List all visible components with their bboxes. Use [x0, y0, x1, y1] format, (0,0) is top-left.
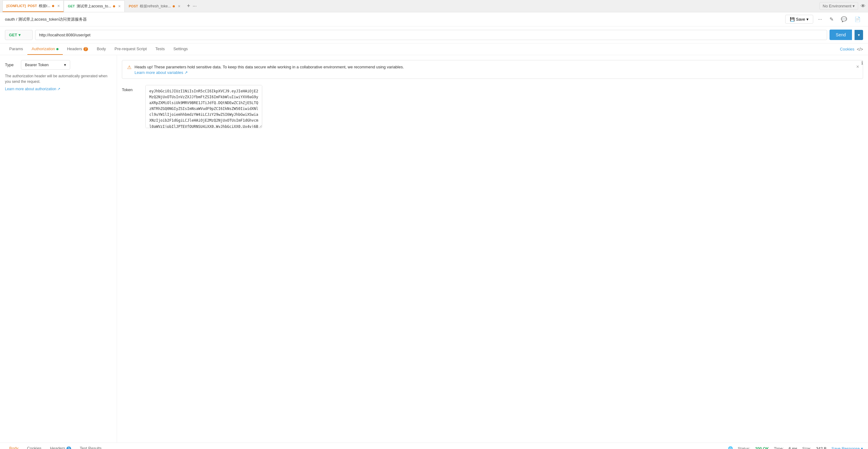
- auth-description: The authorization header will be automat…: [5, 73, 112, 84]
- response-tabs-row: Body Cookies Headers9 Test Results 🌐 Sta…: [0, 443, 868, 449]
- token-input[interactable]: eyJhbGciOiJIUzI1NiIsInR5cCI6IkpXVCJ9.eyJ…: [145, 85, 262, 128]
- header-actions: 💾 Save ▾ ··· ✎ 💬 📄: [785, 15, 863, 24]
- response-headers-badge: 9: [66, 447, 71, 449]
- tab-params[interactable]: Params: [5, 43, 27, 55]
- breadcrumb-title: 测试带上access_token访问资源服务器: [18, 17, 87, 22]
- time-label: Time:: [774, 446, 784, 449]
- environment-selector[interactable]: No Environment ▾: [819, 2, 858, 10]
- tab-close-2[interactable]: ×: [178, 4, 180, 9]
- main-content: Type Bearer Token ▾ The authorization he…: [0, 55, 868, 443]
- tab-title-0: 根据r...: [39, 3, 50, 9]
- tab-settings[interactable]: Settings: [169, 43, 192, 55]
- url-bar: GET ▾ Send ▾: [0, 27, 868, 43]
- comment-button[interactable]: 💬: [838, 15, 849, 23]
- tab-title-2: 根据refresh_toke...: [140, 4, 171, 9]
- tab-body[interactable]: Body: [92, 43, 110, 55]
- tab-close-0[interactable]: ×: [57, 3, 60, 8]
- tab-title-1: 测试带上access_to...: [76, 4, 111, 9]
- tab-post[interactable]: POST 根据refresh_toke... ×: [125, 0, 184, 12]
- tab-dot-1: [113, 5, 115, 7]
- save-response-button[interactable]: Save Response ▾: [831, 446, 863, 449]
- tab-headers[interactable]: Headers7: [63, 43, 93, 55]
- breadcrumb: oauth / 测试带上access_token访问资源服务器: [5, 17, 87, 22]
- save-icon: 💾: [790, 17, 795, 22]
- breadcrumb-prefix: oauth: [5, 17, 15, 22]
- alert-icon: ⚠: [127, 64, 131, 70]
- cookies-link[interactable]: Cookies: [840, 47, 855, 52]
- tab-authorization[interactable]: Authorization: [27, 43, 63, 55]
- eye-icon[interactable]: 👁: [861, 3, 866, 9]
- tab-conflict[interactable]: [CONFLICT] POST 根据r... ×: [2, 0, 64, 12]
- more-tabs-button[interactable]: ···: [193, 3, 197, 9]
- tab-dot-0: [52, 5, 54, 7]
- alert-content: Heads up! These parameters hold sensitiv…: [134, 64, 404, 75]
- tab-bar: [CONFLICT] POST 根据r... × GET 测试带上access_…: [0, 0, 868, 12]
- edit-button[interactable]: ✎: [827, 15, 836, 23]
- size-value: 342 B: [816, 446, 827, 449]
- request-header: oauth / 测试带上access_token访问资源服务器 💾 Save ▾…: [0, 12, 868, 27]
- method-arrow: ▾: [19, 33, 21, 37]
- send-button[interactable]: Send: [830, 30, 852, 40]
- tab-close-1[interactable]: ×: [118, 4, 121, 9]
- time-value: 6 ms: [788, 446, 797, 449]
- save-response-arrow: ▾: [861, 446, 863, 449]
- response-section: Body Cookies Headers9 Test Results 🌐 Sta…: [0, 443, 868, 449]
- response-tab-headers[interactable]: Headers9: [46, 443, 76, 449]
- save-arrow: ▾: [806, 17, 809, 22]
- tab-method-0: POST: [28, 4, 37, 8]
- auth-right-panel: ⚠ Heads up! These parameters hold sensit…: [117, 55, 868, 443]
- status-value: 200 OK: [755, 446, 769, 449]
- tab-method-1: GET: [68, 4, 75, 8]
- status-bar: 🌐 Status: 200 OK Time: 6 ms Size: 342 B …: [728, 446, 863, 449]
- url-input[interactable]: [35, 30, 827, 40]
- alert-text: Heads up! These parameters hold sensitiv…: [134, 65, 404, 69]
- alert-banner: ⚠ Heads up! These parameters hold sensit…: [122, 60, 863, 79]
- type-select[interactable]: Bearer Token ▾: [21, 60, 70, 69]
- env-label: No Environment: [823, 4, 851, 8]
- conflict-badge: [CONFLICT]: [6, 4, 26, 8]
- send-dropdown-button[interactable]: ▾: [855, 30, 863, 40]
- tab-dot-2: [173, 5, 175, 7]
- tabs-right: Cookies </>: [840, 47, 863, 52]
- response-tab-body[interactable]: Body: [5, 443, 23, 449]
- tab-pre-request[interactable]: Pre-request Script: [110, 43, 151, 55]
- tabs-navigation: Params Authorization Headers7 Body Pre-r…: [0, 43, 868, 55]
- code-icon[interactable]: </>: [857, 47, 863, 52]
- method-select[interactable]: GET ▾: [5, 30, 33, 40]
- learn-auth-link[interactable]: Learn more about authorization ↗: [5, 87, 112, 91]
- learn-variables-link[interactable]: Learn more about variables ↗: [134, 70, 188, 75]
- save-button[interactable]: 💾 Save ▾: [785, 15, 813, 24]
- env-arrow: ▾: [852, 4, 855, 8]
- auth-active-dot: [56, 48, 59, 50]
- response-tab-test-results[interactable]: Test Results: [75, 443, 106, 449]
- info-icon[interactable]: ℹ: [861, 60, 863, 66]
- auth-left-panel: Type Bearer Token ▾ The authorization he…: [0, 55, 117, 443]
- tab-method-2: POST: [129, 4, 138, 8]
- token-label: Token: [122, 85, 141, 92]
- type-arrow: ▾: [64, 62, 66, 67]
- method-value: GET: [9, 33, 17, 37]
- headers-badge: 7: [84, 47, 88, 51]
- save-response-label: Save Response: [831, 446, 860, 449]
- response-tab-cookies[interactable]: Cookies: [23, 443, 46, 449]
- type-value: Bearer Token: [25, 62, 49, 67]
- tab-nav: Params Authorization Headers7 Body Pre-r…: [5, 43, 192, 55]
- globe-icon: 🌐: [728, 446, 733, 449]
- status-label: Status:: [738, 446, 750, 449]
- token-row: Token eyJhbGciOiJIUzI1NiIsInR5cCI6IkpXVC…: [122, 85, 863, 128]
- save-label: Save: [796, 17, 805, 22]
- add-tab-button[interactable]: +: [184, 3, 193, 9]
- tab-get-active[interactable]: GET 测试带上access_to... ×: [64, 0, 125, 12]
- type-label: Type: [5, 62, 17, 67]
- tab-bar-right: No Environment ▾ 👁: [819, 2, 866, 10]
- size-label: Size:: [802, 446, 811, 449]
- doc-button[interactable]: 📄: [852, 15, 863, 23]
- type-row: Type Bearer Token ▾: [5, 60, 112, 69]
- alert-close-button[interactable]: ×: [856, 64, 859, 69]
- tab-tests[interactable]: Tests: [151, 43, 169, 55]
- more-actions-button[interactable]: ···: [816, 16, 825, 23]
